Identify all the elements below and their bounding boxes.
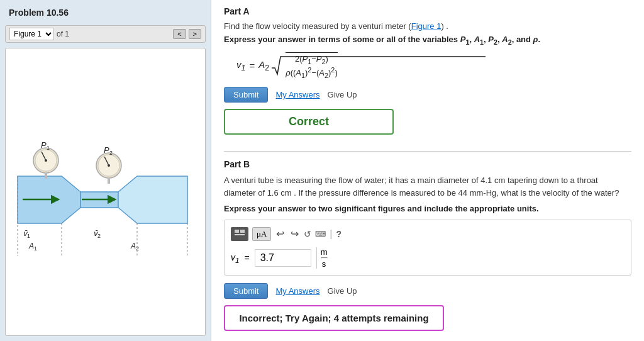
part-a-action-row: Submit My Answers Give Up: [224, 87, 631, 103]
svg-text:1: 1: [47, 145, 50, 151]
redo-btn[interactable]: ↪: [289, 226, 300, 241]
answer-input-area: μA ↩ ↪ ↺ ⌨ | ? v1 = m s: [224, 220, 631, 276]
part-a-heading: Part A: [224, 6, 631, 16]
mu-label: μA: [257, 229, 267, 238]
part-a-question: Find the flow velocity measured by a ven…: [224, 21, 631, 31]
sqrt-container: 2(P1−P2) ρ((A1)2−(A2)2): [272, 52, 338, 80]
formula-inner: A2 2(P1−P2) ρ((A1)2−(A2)2): [258, 52, 338, 80]
svg-rect-31: [235, 230, 239, 233]
svg-text:P: P: [104, 145, 109, 155]
part-a-submit-btn[interactable]: Submit: [224, 87, 268, 103]
part-a-give-up-link[interactable]: Give Up: [328, 90, 357, 99]
input-equals: =: [244, 253, 249, 263]
formula-equals: =: [249, 60, 255, 71]
incorrect-box: Incorrect; Try Again; 4 attempts remaini…: [224, 305, 444, 331]
formula-icon-svg: [234, 229, 245, 239]
svg-text:2: 2: [109, 150, 113, 156]
answer-input-field[interactable]: [255, 249, 311, 267]
part-b-express: Express your answer to two significant f…: [224, 204, 631, 213]
venturi-diagram: P 1 P 2 v̄ 1 v̄ 2 A 1 A 2: [11, 123, 200, 261]
toolbar-row: μA ↩ ↪ ↺ ⌨ | ?: [231, 226, 625, 241]
svg-text:A: A: [28, 242, 34, 250]
toolbar-pipe: |: [330, 228, 332, 240]
fraction-container: 2(P1−P2) ρ((A1)2−(A2)2): [286, 52, 338, 80]
svg-text:P: P: [41, 140, 47, 150]
fraction-denominator: ρ((A1)2−(A2)2): [286, 66, 338, 79]
right-panel: Part A Find the flow velocity measured b…: [211, 0, 644, 341]
formula-a2: A2: [258, 59, 269, 72]
part-a-formula: v1 = A2 2(P1−P2) ρ((A1)2−(A2)2): [236, 52, 631, 80]
figure-area: P 1 P 2 v̄ 1 v̄ 2 A 1 A 2: [5, 48, 206, 336]
undo-btn[interactable]: ↩: [275, 226, 286, 241]
svg-rect-16: [108, 177, 110, 184]
part-divider: [224, 151, 631, 152]
figure1-link[interactable]: Figure 1: [411, 21, 441, 31]
part-a-express: Express your answer in terms of some or …: [224, 35, 631, 46]
svg-point-15: [108, 164, 110, 167]
svg-text:1: 1: [34, 245, 37, 252]
formula-v1: v1: [236, 59, 245, 72]
part-a-my-answers-link[interactable]: My Answers: [275, 90, 319, 99]
svg-text:2: 2: [136, 245, 139, 252]
problem-title: Problem 10.56: [0, 0, 211, 23]
svg-text:2: 2: [97, 233, 101, 239]
fraction-numerator: 2(P1−P2): [295, 54, 328, 65]
part-b-submit-btn[interactable]: Submit: [224, 283, 268, 299]
refresh-btn[interactable]: ↺: [304, 229, 311, 239]
unit-bottom: s: [322, 259, 326, 269]
formula-editor-icon[interactable]: [231, 227, 248, 241]
svg-rect-9: [45, 172, 47, 179]
figure-select[interactable]: Figure 1: [9, 28, 54, 40]
svg-point-8: [45, 159, 47, 162]
input-row: v1 = m s: [231, 247, 625, 269]
figure-next-btn[interactable]: >: [189, 29, 201, 39]
svg-rect-32: [240, 230, 245, 233]
svg-text:1: 1: [27, 233, 30, 239]
svg-text:A: A: [130, 242, 136, 250]
sqrt-symbol-svg: [272, 54, 284, 77]
part-b-give-up-link[interactable]: Give Up: [328, 286, 357, 296]
part-b-section: Part B A venturi tube is measuring the f…: [224, 159, 631, 331]
mu-btn[interactable]: μA: [252, 227, 271, 241]
input-v1-label: v1: [231, 252, 239, 264]
part-b-heading: Part B: [224, 159, 631, 169]
unit-display: m s: [316, 247, 328, 269]
figure-of-label: of 1: [57, 30, 69, 38]
svg-marker-2: [118, 176, 187, 223]
correct-box: Correct: [224, 109, 394, 135]
unit-top: m: [321, 247, 328, 257]
help-btn[interactable]: ?: [336, 229, 342, 239]
part-b-action-row: Submit My Answers Give Up: [224, 283, 631, 299]
left-panel: Problem 10.56 Figure 1 of 1 < >: [0, 0, 211, 341]
figure-nav: Figure 1 of 1 < >: [5, 25, 206, 43]
part-a-section: Part A Find the flow velocity measured b…: [224, 6, 631, 143]
keyboard-btn[interactable]: ⌨: [315, 230, 326, 238]
part-b-my-answers-link[interactable]: My Answers: [275, 286, 319, 296]
figure-prev-btn[interactable]: <: [173, 29, 186, 39]
part-b-description: A venturi tube is measuring the flow of …: [224, 174, 631, 199]
